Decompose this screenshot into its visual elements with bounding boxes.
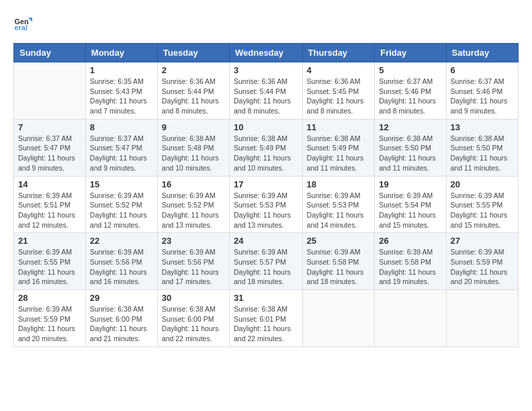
day-number: 16 [162, 179, 225, 189]
day-number: 23 [162, 236, 225, 246]
calendar-cell: 21Sunrise: 6:39 AM Sunset: 5:55 PM Dayli… [14, 233, 86, 290]
calendar-day-header: Monday [85, 44, 157, 62]
day-number: 1 [90, 65, 153, 75]
calendar-cell: 14Sunrise: 6:39 AM Sunset: 5:51 PM Dayli… [14, 176, 86, 233]
calendar-cell [446, 290, 518, 347]
calendar-header: SundayMondayTuesdayWednesdayThursdayFrid… [14, 44, 519, 62]
day-info: Sunrise: 6:36 AM Sunset: 5:44 PM Dayligh… [162, 77, 225, 116]
day-info: Sunrise: 6:37 AM Sunset: 5:46 PM Dayligh… [451, 77, 514, 116]
day-info: Sunrise: 6:38 AM Sunset: 5:50 PM Dayligh… [379, 134, 441, 173]
day-number: 30 [162, 293, 225, 303]
day-number: 14 [18, 179, 81, 189]
day-number: 4 [307, 65, 371, 75]
day-info: Sunrise: 6:38 AM Sunset: 6:00 PM Dayligh… [162, 304, 225, 344]
calendar-cell: 2Sunrise: 6:36 AM Sunset: 5:44 PM Daylig… [157, 62, 229, 120]
day-number: 19 [379, 179, 441, 189]
day-number: 24 [234, 236, 298, 246]
logo-icon: Gen eral [13, 13, 32, 32]
day-info: Sunrise: 6:39 AM Sunset: 5:59 PM Dayligh… [18, 304, 81, 344]
day-info: Sunrise: 6:39 AM Sunset: 5:59 PM Dayligh… [451, 247, 514, 287]
day-number: 31 [234, 293, 298, 303]
calendar-cell: 13Sunrise: 6:38 AM Sunset: 5:50 PM Dayli… [446, 119, 518, 176]
day-info: Sunrise: 6:39 AM Sunset: 5:51 PM Dayligh… [18, 191, 81, 230]
day-info: Sunrise: 6:37 AM Sunset: 5:47 PM Dayligh… [90, 134, 153, 173]
day-number: 27 [451, 236, 514, 246]
day-number: 5 [379, 65, 441, 75]
calendar-cell: 18Sunrise: 6:39 AM Sunset: 5:53 PM Dayli… [302, 176, 375, 233]
day-number: 26 [379, 236, 441, 246]
calendar-cell: 3Sunrise: 6:36 AM Sunset: 5:44 PM Daylig… [230, 62, 303, 120]
day-number: 10 [234, 122, 298, 132]
calendar-cell: 7Sunrise: 6:37 AM Sunset: 5:47 PM Daylig… [14, 119, 86, 176]
calendar-cell: 20Sunrise: 6:39 AM Sunset: 5:55 PM Dayli… [446, 176, 518, 233]
day-number: 20 [451, 179, 514, 189]
day-info: Sunrise: 6:35 AM Sunset: 5:43 PM Dayligh… [90, 77, 153, 116]
day-info: Sunrise: 6:37 AM Sunset: 5:46 PM Dayligh… [379, 77, 441, 116]
calendar-cell: 4Sunrise: 6:36 AM Sunset: 5:45 PM Daylig… [302, 62, 375, 120]
calendar-cell: 26Sunrise: 6:39 AM Sunset: 5:58 PM Dayli… [375, 233, 446, 290]
day-number: 11 [307, 122, 371, 132]
day-number: 22 [90, 236, 153, 246]
calendar-cell: 22Sunrise: 6:39 AM Sunset: 5:56 PM Dayli… [85, 233, 157, 290]
calendar-cell: 16Sunrise: 6:39 AM Sunset: 5:52 PM Dayli… [157, 176, 229, 233]
day-info: Sunrise: 6:38 AM Sunset: 5:49 PM Dayligh… [307, 134, 371, 173]
calendar-cell: 8Sunrise: 6:37 AM Sunset: 5:47 PM Daylig… [85, 119, 157, 176]
day-info: Sunrise: 6:39 AM Sunset: 5:53 PM Dayligh… [307, 191, 371, 230]
calendar-cell: 30Sunrise: 6:38 AM Sunset: 6:00 PM Dayli… [157, 290, 229, 347]
calendar-cell: 11Sunrise: 6:38 AM Sunset: 5:49 PM Dayli… [302, 119, 375, 176]
calendar-cell: 31Sunrise: 6:38 AM Sunset: 6:01 PM Dayli… [230, 290, 303, 347]
day-number: 12 [379, 122, 441, 132]
calendar-day-header: Tuesday [157, 44, 229, 62]
svg-text:eral: eral [15, 24, 28, 32]
calendar-day-header: Sunday [14, 44, 86, 62]
day-number: 18 [307, 179, 371, 189]
day-info: Sunrise: 6:39 AM Sunset: 5:58 PM Dayligh… [379, 247, 441, 287]
day-number: 28 [18, 293, 81, 303]
day-number: 6 [451, 65, 514, 75]
day-info: Sunrise: 6:36 AM Sunset: 5:44 PM Dayligh… [234, 77, 298, 116]
day-info: Sunrise: 6:39 AM Sunset: 5:52 PM Dayligh… [162, 191, 225, 230]
calendar-cell: 19Sunrise: 6:39 AM Sunset: 5:54 PM Dayli… [375, 176, 446, 233]
logo: Gen eral [13, 13, 35, 32]
day-info: Sunrise: 6:37 AM Sunset: 5:47 PM Dayligh… [18, 134, 81, 173]
calendar-cell: 5Sunrise: 6:37 AM Sunset: 5:46 PM Daylig… [375, 62, 446, 120]
calendar-cell: 25Sunrise: 6:39 AM Sunset: 5:58 PM Dayli… [302, 233, 375, 290]
day-info: Sunrise: 6:39 AM Sunset: 5:56 PM Dayligh… [162, 247, 225, 287]
calendar-cell: 6Sunrise: 6:37 AM Sunset: 5:46 PM Daylig… [446, 62, 518, 120]
day-number: 7 [18, 122, 81, 132]
calendar-cell: 28Sunrise: 6:39 AM Sunset: 5:59 PM Dayli… [14, 290, 86, 347]
calendar-day-header: Friday [375, 44, 446, 62]
calendar-cell: 23Sunrise: 6:39 AM Sunset: 5:56 PM Dayli… [157, 233, 229, 290]
calendar-cell [375, 290, 446, 347]
day-info: Sunrise: 6:39 AM Sunset: 5:55 PM Dayligh… [451, 191, 514, 230]
day-number: 3 [234, 65, 298, 75]
day-info: Sunrise: 6:39 AM Sunset: 5:56 PM Dayligh… [90, 247, 153, 287]
day-number: 25 [307, 236, 371, 246]
calendar-cell: 15Sunrise: 6:39 AM Sunset: 5:52 PM Dayli… [85, 176, 157, 233]
calendar-cell [14, 62, 86, 120]
day-number: 15 [90, 179, 153, 189]
calendar-cell: 12Sunrise: 6:38 AM Sunset: 5:50 PM Dayli… [375, 119, 446, 176]
calendar-day-header: Wednesday [230, 44, 303, 62]
day-number: 17 [234, 179, 298, 189]
day-info: Sunrise: 6:38 AM Sunset: 5:50 PM Dayligh… [451, 134, 514, 173]
day-info: Sunrise: 6:36 AM Sunset: 5:45 PM Dayligh… [307, 77, 371, 116]
calendar-cell: 17Sunrise: 6:39 AM Sunset: 5:53 PM Dayli… [230, 176, 303, 233]
day-info: Sunrise: 6:39 AM Sunset: 5:54 PM Dayligh… [379, 191, 441, 230]
day-info: Sunrise: 6:38 AM Sunset: 5:49 PM Dayligh… [234, 134, 298, 173]
day-info: Sunrise: 6:39 AM Sunset: 5:58 PM Dayligh… [307, 247, 371, 287]
day-number: 9 [162, 122, 225, 132]
calendar-cell: 9Sunrise: 6:38 AM Sunset: 5:48 PM Daylig… [157, 119, 229, 176]
day-info: Sunrise: 6:39 AM Sunset: 5:52 PM Dayligh… [90, 191, 153, 230]
calendar-cell: 29Sunrise: 6:38 AM Sunset: 6:00 PM Dayli… [85, 290, 157, 347]
day-info: Sunrise: 6:39 AM Sunset: 5:53 PM Dayligh… [234, 191, 298, 230]
calendar-cell: 24Sunrise: 6:39 AM Sunset: 5:57 PM Dayli… [230, 233, 303, 290]
calendar-cell [302, 290, 375, 347]
day-info: Sunrise: 6:39 AM Sunset: 5:55 PM Dayligh… [18, 247, 81, 287]
calendar-day-header: Saturday [446, 44, 518, 62]
calendar-cell: 10Sunrise: 6:38 AM Sunset: 5:49 PM Dayli… [230, 119, 303, 176]
day-number: 2 [162, 65, 225, 75]
day-number: 21 [18, 236, 81, 246]
calendar-table: SundayMondayTuesdayWednesdayThursdayFrid… [13, 43, 519, 347]
day-number: 29 [90, 293, 153, 303]
